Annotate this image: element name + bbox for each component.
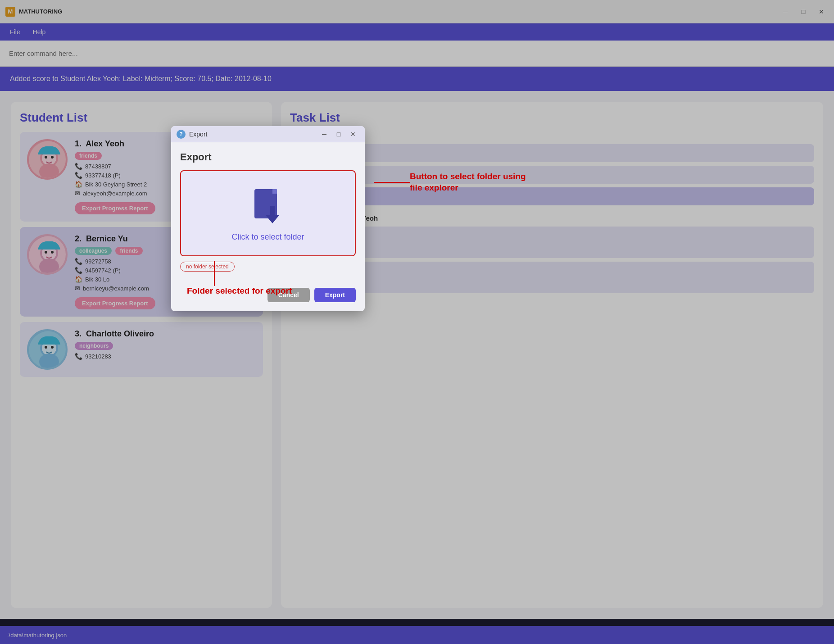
help-icon: ?	[177, 130, 186, 139]
folder-select-text: Click to select folder	[231, 232, 304, 242]
folder-icon-wrapper	[248, 185, 288, 227]
modal-minimize-button[interactable]: ─	[318, 129, 331, 140]
modal-controls: ─ □ ✕	[318, 129, 359, 140]
modal-overlay: ? Export ─ □ ✕ Export	[0, 0, 834, 644]
modal-close-button[interactable]: ✕	[347, 129, 359, 140]
annotation-folder-selected: Folder selected for export	[187, 261, 292, 296]
folder-select-area[interactable]: Click to select folder	[180, 170, 356, 256]
folder-icon	[248, 185, 288, 225]
annotation-folder-selected-label: Folder selected for export	[187, 286, 292, 296]
annotation-line-2	[214, 261, 215, 286]
modal-heading: Export	[180, 151, 356, 163]
modal-title-text: Export	[189, 131, 207, 138]
modal-maximize-button[interactable]: □	[332, 129, 345, 140]
export-button[interactable]: Export	[314, 288, 356, 302]
annotation-line-1	[374, 182, 410, 183]
annotation-folder-btn-label: Button to select folder using file explo…	[410, 171, 536, 193]
annotation-folder-btn: Button to select folder using file explo…	[374, 171, 536, 193]
svg-rect-20	[272, 189, 277, 194]
modal-title-left: ? Export	[177, 130, 207, 139]
modal-titlebar: ? Export ─ □ ✕	[171, 126, 365, 142]
